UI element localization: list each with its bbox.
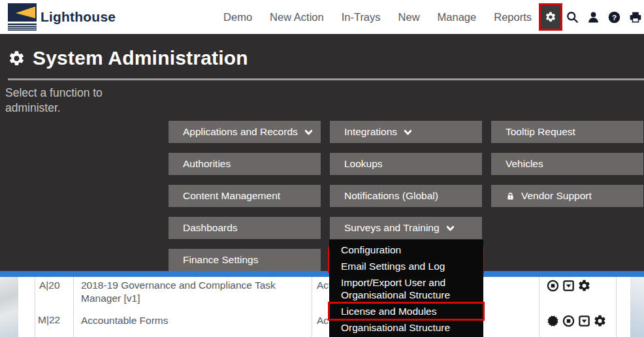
menu-item-organisational-structure[interactable]: Organisational Structure bbox=[329, 319, 483, 336]
button-label: Vehicles bbox=[506, 158, 543, 170]
button-label: Dashboards bbox=[183, 222, 238, 234]
caret-square-down-icon[interactable] bbox=[577, 314, 591, 328]
table-column-divider bbox=[73, 277, 74, 337]
nav-link-new-action[interactable]: New Action bbox=[270, 11, 324, 24]
background-image-left bbox=[0, 277, 18, 337]
lock-icon bbox=[506, 191, 515, 201]
svg-text:?: ? bbox=[612, 12, 617, 22]
admin-button-finance-settings[interactable]: Finance Settings bbox=[169, 249, 321, 271]
top-navbar: Lighthouse Demo New Action In-Trays New … bbox=[0, 0, 644, 34]
button-label: Lookups bbox=[344, 158, 383, 170]
button-label: Content Management bbox=[183, 190, 280, 202]
admin-button-surveys-and-training[interactable]: Surveys and Training bbox=[330, 217, 482, 239]
admin-button-authorities[interactable]: Authorities bbox=[169, 153, 321, 175]
menu-item-import-export[interactable]: Import/Export User and Organisational St… bbox=[329, 274, 483, 303]
button-label: Applications and Records bbox=[183, 126, 298, 138]
button-label: Vendor Support bbox=[521, 190, 592, 202]
table-column-divider bbox=[35, 277, 35, 337]
caret-square-down-icon[interactable] bbox=[562, 279, 575, 293]
nav-link-in-trays[interactable]: In-Trays bbox=[342, 11, 381, 24]
row-code: A|20 bbox=[39, 280, 60, 291]
panel-title-row: System Administration bbox=[8, 47, 248, 69]
button-label: Authorities bbox=[183, 158, 231, 170]
admin-button-notifications-global[interactable]: Notifications (Global) bbox=[330, 185, 482, 207]
admin-button-lookups[interactable]: Lookups bbox=[330, 153, 482, 175]
gear-icon[interactable] bbox=[577, 279, 591, 293]
button-label: Integrations bbox=[344, 126, 397, 138]
row-actions bbox=[546, 279, 591, 293]
admin-button-vendor-support[interactable]: Vendor Support bbox=[491, 185, 643, 207]
help-icon[interactable]: ? bbox=[607, 10, 621, 24]
nav-links: Demo New Action In-Trays New Manage Repo… bbox=[223, 0, 532, 34]
gear-icon bbox=[545, 11, 556, 23]
page-title: System Administration bbox=[33, 47, 248, 69]
burst-icon[interactable] bbox=[546, 314, 560, 328]
table-column-divider bbox=[539, 277, 539, 337]
search-icon[interactable] bbox=[566, 10, 579, 24]
stop-circle-icon[interactable] bbox=[546, 279, 560, 293]
brand[interactable]: Lighthouse bbox=[8, 3, 116, 31]
stop-circle-icon[interactable] bbox=[562, 314, 575, 328]
chevron-down-icon bbox=[304, 127, 314, 137]
nav-link-new[interactable]: New bbox=[398, 11, 420, 24]
row-code: M|22 bbox=[38, 314, 60, 326]
gear-icon bbox=[8, 50, 25, 67]
button-label: Notifications (Global) bbox=[344, 190, 438, 202]
admin-button-applications-and-records[interactable]: Applications and Records bbox=[169, 121, 321, 143]
brand-name: Lighthouse bbox=[40, 9, 116, 25]
admin-button-vehicles[interactable]: Vehicles bbox=[491, 153, 643, 175]
user-icon[interactable] bbox=[587, 10, 600, 24]
page-section-divider bbox=[0, 271, 644, 277]
table-column-divider bbox=[616, 277, 617, 337]
menu-item-license-and-modules[interactable]: License and Modules bbox=[329, 303, 483, 319]
admin-button-content-management[interactable]: Content Management bbox=[169, 185, 321, 207]
system-admin-gear-button[interactable] bbox=[539, 3, 562, 31]
menu-item-email-settings-and-log[interactable]: Email Settings and Log bbox=[329, 258, 483, 274]
row-title: 2018-19 Governance and Compliance Task M… bbox=[81, 279, 308, 305]
panel-subtitle: Select a function to administer. bbox=[5, 86, 152, 116]
chevron-down-icon bbox=[445, 223, 455, 233]
nav-link-reports[interactable]: Reports bbox=[494, 11, 532, 24]
printer-icon[interactable] bbox=[628, 10, 643, 24]
row-title: Accountable Forms bbox=[81, 314, 308, 327]
gear-icon[interactable] bbox=[593, 314, 607, 328]
background-image-right bbox=[630, 277, 644, 337]
nav-link-manage[interactable]: Manage bbox=[438, 11, 477, 24]
lighthouse-logo bbox=[8, 3, 37, 31]
admin-button-integrations[interactable]: Integrations bbox=[330, 121, 482, 143]
button-label: Tooltip Request bbox=[506, 126, 575, 138]
button-label: Surveys and Training bbox=[344, 222, 440, 234]
chevron-down-icon bbox=[403, 127, 413, 137]
system-settings-dropdown: Configuration Email Settings and Log Imp… bbox=[329, 240, 483, 337]
menu-item-configuration[interactable]: Configuration bbox=[329, 242, 483, 258]
row-actions bbox=[546, 314, 607, 328]
nav-icon-group: ? bbox=[566, 0, 643, 34]
system-administration-panel: System Administration Select a function … bbox=[0, 34, 644, 271]
button-label: Finance Settings bbox=[183, 254, 258, 266]
nav-link-demo[interactable]: Demo bbox=[223, 11, 252, 24]
admin-button-dashboards[interactable]: Dashboards bbox=[169, 217, 321, 239]
title-divider bbox=[8, 78, 644, 80]
table-column-divider bbox=[312, 277, 312, 337]
admin-button-tooltip-request[interactable]: Tooltip Request bbox=[491, 121, 643, 143]
